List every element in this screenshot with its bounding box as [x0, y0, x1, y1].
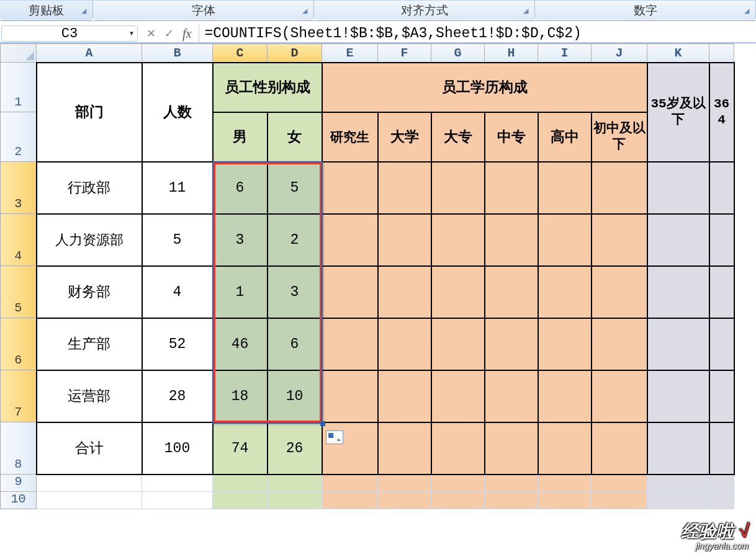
cell-empty[interactable]: [322, 214, 378, 266]
cell-empty[interactable]: [142, 475, 213, 492]
cell-empty[interactable]: [647, 492, 709, 509]
cell-empty[interactable]: [378, 162, 431, 214]
cell-count[interactable]: 11: [142, 162, 213, 214]
cell-empty[interactable]: [378, 318, 431, 370]
row-header[interactable]: 6: [1, 318, 37, 370]
cell-female[interactable]: 10: [268, 370, 322, 422]
cancel-icon[interactable]: ✕: [146, 27, 156, 40]
cell-empty[interactable]: [709, 318, 734, 370]
cell-empty[interactable]: [647, 214, 709, 266]
cell-female[interactable]: 5: [268, 162, 322, 214]
spreadsheet-grid[interactable]: A B C D E F G H I J K 1 部门 人数 员工性别构成 员工学…: [0, 43, 756, 509]
cell-count[interactable]: 52: [142, 318, 213, 370]
cell-empty[interactable]: [538, 266, 592, 318]
cell-empty[interactable]: [485, 475, 538, 492]
cell-empty[interactable]: [378, 492, 431, 509]
col-header[interactable]: [709, 44, 734, 63]
cell-empty[interactable]: [592, 266, 647, 318]
cell-empty[interactable]: [709, 370, 734, 422]
cell-empty[interactable]: [485, 492, 538, 509]
cell-empty[interactable]: [431, 214, 485, 266]
cell-empty[interactable]: [647, 266, 709, 318]
cell-empty[interactable]: [378, 370, 431, 422]
dialog-launcher-icon[interactable]: ◢: [79, 6, 89, 16]
col-header[interactable]: I: [538, 44, 592, 63]
cell-empty[interactable]: [538, 492, 592, 509]
cell-empty[interactable]: [709, 214, 734, 266]
cell-empty[interactable]: [431, 492, 485, 509]
cell-empty[interactable]: [647, 370, 709, 422]
cell-empty[interactable]: [538, 162, 592, 214]
cell-empty[interactable]: [538, 214, 592, 266]
cell-dept[interactable]: 运营部: [37, 370, 142, 422]
cell-empty[interactable]: [538, 318, 592, 370]
cell-empty[interactable]: [647, 318, 709, 370]
cell-female[interactable]: 26: [268, 422, 322, 475]
cell-empty[interactable]: [709, 162, 734, 214]
cell-female[interactable]: 3: [268, 266, 322, 318]
cell-empty[interactable]: [378, 214, 431, 266]
enter-icon[interactable]: ✓: [164, 27, 174, 40]
select-all-corner[interactable]: [1, 44, 37, 63]
dialog-launcher-icon[interactable]: ◢: [521, 6, 531, 16]
fill-handle[interactable]: [320, 421, 325, 426]
cell-male[interactable]: 3: [213, 214, 268, 266]
col-header[interactable]: H: [485, 44, 538, 63]
cell-empty[interactable]: [485, 318, 538, 370]
ribbon-clipboard[interactable]: 剪贴板 ◢: [0, 0, 93, 20]
cell-empty[interactable]: [268, 475, 322, 492]
formula-input[interactable]: =COUNTIFS(Sheet1!$B:$B,$A3,Sheet1!$D:$D,…: [199, 25, 756, 42]
cell-count[interactable]: 4: [142, 266, 213, 318]
cell-total[interactable]: 合计: [37, 422, 142, 475]
cell-empty[interactable]: [709, 475, 734, 492]
cell-male[interactable]: 6: [213, 162, 268, 214]
dialog-launcher-icon[interactable]: ◢: [742, 6, 752, 16]
cell-empty[interactable]: [485, 162, 538, 214]
row-header[interactable]: 9: [1, 475, 37, 492]
cell-empty[interactable]: [431, 422, 485, 475]
row-header[interactable]: 3: [1, 162, 37, 214]
ribbon-font[interactable]: 字体 ◢: [93, 0, 314, 20]
row-header[interactable]: 7: [1, 370, 37, 422]
row-header[interactable]: 10: [1, 492, 37, 509]
cell-male[interactable]: 1: [213, 266, 268, 318]
cell-empty[interactable]: [485, 370, 538, 422]
cell-female[interactable]: 2: [268, 214, 322, 266]
fx-button[interactable]: fx: [182, 27, 191, 41]
cell-empty[interactable]: [538, 370, 592, 422]
cell-empty[interactable]: [37, 475, 142, 492]
cell-empty[interactable]: [322, 266, 378, 318]
cell-female[interactable]: 6: [268, 318, 322, 370]
cell-dept[interactable]: 人力资源部: [37, 214, 142, 266]
cell-empty[interactable]: [647, 475, 709, 492]
cell-empty[interactable]: [592, 422, 647, 475]
cell-empty[interactable]: [647, 422, 709, 475]
col-header[interactable]: A: [37, 44, 142, 63]
cell-empty[interactable]: [268, 492, 322, 509]
cell-empty[interactable]: [709, 266, 734, 318]
col-header[interactable]: E: [322, 44, 378, 63]
cell-empty[interactable]: [213, 492, 268, 509]
cell-empty[interactable]: [592, 162, 647, 214]
cell-empty[interactable]: [592, 492, 647, 509]
col-header[interactable]: D: [268, 44, 322, 63]
ribbon-number[interactable]: 数字 ◢: [535, 0, 756, 20]
cell-dept[interactable]: 财务部: [37, 266, 142, 318]
cell-empty[interactable]: [322, 475, 378, 492]
cell-dept[interactable]: 行政部: [37, 162, 142, 214]
cell-male[interactable]: 46: [213, 318, 268, 370]
col-header[interactable]: C: [213, 44, 268, 63]
cell-empty[interactable]: [431, 266, 485, 318]
cell-empty[interactable]: [37, 492, 142, 509]
row-header[interactable]: 1: [1, 63, 37, 112]
cell-empty[interactable]: [485, 214, 538, 266]
cell-empty[interactable]: [431, 162, 485, 214]
cell-empty[interactable]: [322, 318, 378, 370]
cell-empty[interactable]: [431, 475, 485, 492]
cell-dept[interactable]: 生产部: [37, 318, 142, 370]
col-header[interactable]: K: [647, 44, 709, 63]
name-box[interactable]: C3 ▼: [1, 25, 138, 42]
cell-empty[interactable]: [142, 492, 213, 509]
cell-empty[interactable]: [431, 370, 485, 422]
cell-empty[interactable]: [431, 318, 485, 370]
